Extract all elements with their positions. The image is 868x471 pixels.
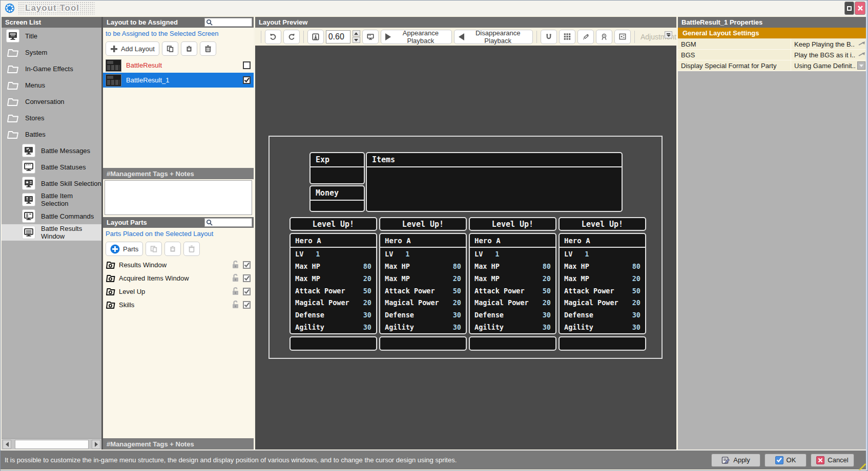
property-value[interactable]: Using Game Definit..	[791, 60, 866, 71]
up-arrow-icon	[354, 32, 358, 35]
layout-subtitle: to be Assigned to the Selected Screen	[103, 28, 254, 38]
copy-layout-button[interactable]	[162, 41, 178, 56]
zoom-increase-button[interactable]	[353, 30, 360, 36]
delete-part-button[interactable]	[183, 242, 200, 256]
stat-value: 20	[543, 298, 551, 307]
sidebar-item-battle-results-window[interactable]: Battle Results Window	[2, 224, 101, 241]
sidebar-item-battle-skill-selection[interactable]: Battle Skill Selection	[2, 175, 101, 191]
add-layout-button[interactable]: Add Layout	[106, 41, 159, 56]
sidebar-item-battle-commands[interactable]: Battle Commands	[2, 208, 101, 224]
level-up-stats-box[interactable]: Hero A LV1 Max HP80 Max MP20 Attack Powe…	[290, 233, 377, 334]
exp-window-part[interactable]: Exp	[309, 152, 365, 184]
play-icon	[385, 33, 391, 40]
apply-button[interactable]: Apply	[711, 454, 760, 467]
stat-label: Attack Power	[385, 287, 435, 295]
add-parts-button[interactable]: Parts	[106, 242, 143, 256]
layout-row-battleresult[interactable]: BattleResult	[103, 58, 254, 73]
disappearance-playback-button[interactable]: Disappearance Playback	[454, 30, 533, 44]
toolbar-collapse-button[interactable]	[665, 31, 672, 38]
scroll-right-arrow[interactable]	[92, 440, 100, 449]
redo-button[interactable]	[283, 30, 300, 44]
level-up-footer-box[interactable]	[469, 336, 556, 351]
dropdown-button[interactable]	[857, 61, 865, 70]
property-value[interactable]: Play the BGS as it i..	[791, 50, 866, 60]
zoom-value-input[interactable]	[326, 30, 350, 44]
unlock-icon[interactable]	[232, 301, 239, 309]
stat-value: 20	[363, 274, 371, 283]
part-checkbox-checked[interactable]	[243, 274, 251, 282]
layout-search-input[interactable]	[214, 19, 250, 26]
unlock-icon[interactable]	[232, 274, 239, 282]
level-up-footer-box[interactable]	[559, 336, 646, 351]
window-layout-button[interactable]	[614, 30, 631, 44]
layout-checkbox-checked[interactable]	[243, 76, 251, 84]
part-checkbox-checked[interactable]	[243, 288, 251, 295]
scrollbar-thumb[interactable]	[15, 440, 89, 449]
part-row-results-window[interactable]: Results Window	[103, 258, 254, 271]
level-up-title-box[interactable]: Level Up!	[559, 217, 646, 231]
level-up-stats-box[interactable]: Hero A LV1 Max HP80 Max MP20 Attack Powe…	[559, 233, 646, 334]
sidebar-item-battle-statuses[interactable]: Battle Statuses	[2, 159, 101, 175]
check-icon	[244, 77, 250, 83]
sidebar-item-battle-item-selection[interactable]: Battle Item Selection	[2, 191, 101, 208]
game-screen-frame[interactable]: Exp Money Items Level Up! Hero A LV1 Max…	[268, 136, 663, 359]
screen-list-hscrollbar[interactable]	[2, 438, 101, 449]
level-up-title-box[interactable]: Level Up!	[290, 217, 377, 231]
part-icon	[106, 260, 115, 269]
part-row-skills[interactable]: Skills	[103, 298, 254, 311]
close-button[interactable]	[855, 2, 865, 15]
grid-toggle-button[interactable]	[559, 30, 575, 44]
layout-row-battleresult-1[interactable]: BattleResult_1	[103, 73, 254, 88]
level-up-stats-box[interactable]: Hero A LV1 Max HP80 Max MP20 Attack Powe…	[469, 233, 556, 334]
part-checkbox-checked[interactable]	[243, 261, 251, 269]
restore-button[interactable]	[844, 2, 854, 15]
copy-part-button[interactable]	[146, 242, 162, 256]
stat-row: Agility30	[380, 321, 466, 333]
delete-layout-button[interactable]	[200, 41, 216, 56]
level-up-title-box[interactable]: Level Up!	[469, 217, 556, 231]
sidebar-item-menus[interactable]: Menus	[2, 77, 101, 93]
monitor-preview-button[interactable]	[362, 30, 379, 44]
camera-button[interactable]	[596, 30, 612, 44]
paste-layout-button[interactable]	[181, 41, 197, 56]
sidebar-item-conversation[interactable]: Conversation	[2, 93, 101, 110]
cancel-button[interactable]: Cancel	[811, 454, 854, 467]
items-window-part[interactable]: Items	[366, 152, 623, 212]
appearance-playback-button[interactable]: Appearance Playback	[381, 30, 452, 44]
unlock-icon[interactable]	[232, 287, 239, 295]
preview-canvas[interactable]: Exp Money Items Level Up! Hero A LV1 Max…	[255, 46, 676, 449]
sidebar-item-stores[interactable]: Stores	[2, 110, 101, 126]
level-up-footer-box[interactable]	[290, 336, 377, 351]
sidebar-item-system[interactable]: System	[2, 44, 101, 60]
resize-grip[interactable]	[859, 463, 866, 470]
sidebar-item-battle-messages[interactable]: Battle Messages	[2, 142, 101, 159]
marker-button[interactable]	[577, 30, 594, 44]
layout-search-box[interactable]	[204, 18, 252, 27]
ok-button[interactable]: OK	[764, 454, 807, 467]
management-tags-notes-box[interactable]	[105, 180, 252, 215]
part-row-level-up[interactable]: Level Up	[103, 285, 254, 298]
sidebar-item-battles[interactable]: Battles	[2, 126, 101, 142]
layout-checkbox-unchecked[interactable]	[243, 61, 251, 69]
zoom-decrease-button[interactable]	[353, 37, 360, 43]
stat-label: Agility	[474, 323, 504, 331]
paste-part-button[interactable]	[164, 242, 181, 256]
undo-button[interactable]	[265, 30, 281, 44]
stat-label: Defense	[564, 311, 593, 319]
property-value[interactable]: Keep Playing the B..	[791, 39, 866, 49]
parts-search-input[interactable]	[214, 219, 250, 226]
money-window-part[interactable]: Money	[309, 185, 365, 212]
fit-to-window-button[interactable]	[307, 30, 324, 44]
part-row-acquired-items-window[interactable]: Acquired Items Window	[103, 271, 254, 285]
part-name: Skills	[119, 301, 228, 309]
level-up-footer-box[interactable]	[379, 336, 467, 351]
level-up-stats-box[interactable]: Hero A LV1 Max HP80 Max MP20 Attack Powe…	[379, 233, 467, 334]
part-checkbox-checked[interactable]	[243, 301, 251, 309]
scroll-left-arrow[interactable]	[3, 440, 11, 449]
parts-search-box[interactable]	[204, 218, 252, 227]
unlock-icon[interactable]	[232, 261, 239, 269]
magnet-snap-button[interactable]	[541, 30, 557, 44]
level-up-title-box[interactable]: Level Up!	[379, 217, 467, 231]
sidebar-item-title[interactable]: Title	[2, 28, 101, 44]
sidebar-item-in-game-effects[interactable]: In-Game Effects	[2, 60, 101, 77]
